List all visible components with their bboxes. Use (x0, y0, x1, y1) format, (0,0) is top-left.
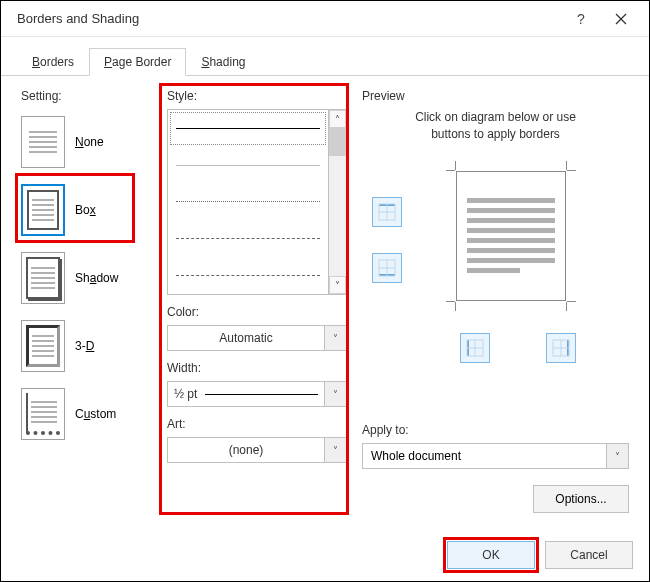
border-left-button[interactable] (460, 333, 490, 363)
color-combo[interactable]: Automatic ˅ (167, 325, 347, 351)
border-bottom-button[interactable] (372, 253, 402, 283)
help-button[interactable]: ? (561, 1, 601, 37)
art-value: (none) (168, 438, 324, 462)
dialog-content: Setting: None Box Shadow 3-D Custom (17, 81, 633, 521)
preview-column: Preview Click on diagram below or use bu… (362, 89, 629, 333)
scroll-down-button[interactable]: ˅ (329, 276, 346, 294)
style-item-dotted[interactable] (168, 184, 328, 221)
color-label: Color: (167, 305, 347, 319)
chevron-down-icon: ˅ (333, 333, 338, 344)
setting-column: Setting: None Box Shadow 3-D Custom (21, 89, 141, 443)
border-right-button[interactable] (546, 333, 576, 363)
apply-to-label: Apply to: (362, 423, 629, 437)
width-label: Width: (167, 361, 347, 375)
preview-hint: Click on diagram below or use buttons to… (362, 109, 629, 143)
ok-button[interactable]: OK (447, 541, 535, 569)
art-section: Art: (none) ˅ (167, 417, 347, 463)
apply-to-value: Whole document (363, 444, 606, 468)
scroll-thumb[interactable] (329, 128, 346, 156)
width-preview-line (205, 394, 318, 395)
setting-option-custom[interactable]: Custom (21, 385, 141, 443)
chevron-down-icon: ˅ (333, 445, 338, 456)
close-icon (615, 13, 627, 25)
tab-borders[interactable]: Borders (17, 48, 89, 76)
setting-thumb-3d (21, 320, 65, 372)
scroll-up-button[interactable]: ˄ (329, 110, 346, 128)
border-right-icon (552, 339, 570, 357)
setting-option-label: 3-D (75, 339, 94, 353)
width-value: ½ pt (174, 387, 197, 401)
setting-option-label: Shadow (75, 271, 118, 285)
setting-option-shadow[interactable]: Shadow (21, 249, 141, 307)
color-section: Color: Automatic ˅ (167, 305, 347, 351)
style-item-dashed[interactable] (168, 220, 328, 257)
preview-page-icon (456, 171, 566, 301)
color-combo-arrow[interactable]: ˅ (324, 326, 346, 350)
style-item-thin[interactable] (168, 147, 328, 184)
preview-area (362, 153, 629, 333)
apply-to-section: Apply to: Whole document ˅ (362, 423, 629, 469)
preview-diagram[interactable] (446, 161, 576, 311)
chevron-up-icon: ˄ (335, 114, 340, 125)
border-top-icon (378, 203, 396, 221)
titlebar: Borders and Shading ? (1, 1, 649, 37)
style-item-dashdot[interactable] (168, 257, 328, 294)
tab-page-border[interactable]: Page Border (89, 48, 186, 76)
chevron-down-icon: ˅ (335, 280, 340, 291)
setting-thumb-custom (21, 388, 65, 440)
tab-strip: Borders Page Border Shading (1, 37, 649, 76)
style-item-solid[interactable] (168, 110, 328, 147)
borders-shading-dialog: Borders and Shading ? Borders Page Borde… (0, 0, 650, 582)
close-button[interactable] (601, 1, 641, 37)
style-column: Style: ˄ ˅ Color: Automatic (167, 89, 347, 463)
cancel-button[interactable]: Cancel (545, 541, 633, 569)
chevron-down-icon: ˅ (615, 451, 620, 462)
setting-thumb-none (21, 116, 65, 168)
style-scrollbar[interactable]: ˄ ˅ (328, 110, 346, 294)
apply-to-arrow[interactable]: ˅ (606, 444, 628, 468)
tab-shading[interactable]: Shading (186, 48, 260, 76)
border-top-button[interactable] (372, 197, 402, 227)
setting-option-3d[interactable]: 3-D (21, 317, 141, 375)
preview-label: Preview (362, 89, 629, 103)
border-bottom-icon (378, 259, 396, 277)
art-combo[interactable]: (none) ˅ (167, 437, 347, 463)
options-button[interactable]: Options... (533, 485, 629, 513)
setting-option-label: Box (75, 203, 96, 217)
color-value: Automatic (168, 326, 324, 350)
width-section: Width: ½ pt ˅ (167, 361, 347, 407)
setting-thumb-shadow (21, 252, 65, 304)
setting-label: Setting: (21, 89, 141, 103)
setting-option-none[interactable]: None (21, 113, 141, 171)
style-label: Style: (167, 89, 347, 103)
style-listbox[interactable]: ˄ ˅ (167, 109, 347, 295)
setting-option-label: Custom (75, 407, 116, 421)
apply-to-combo[interactable]: Whole document ˅ (362, 443, 629, 469)
scroll-track[interactable] (329, 128, 346, 276)
window-title: Borders and Shading (17, 11, 561, 26)
setting-thumb-box (21, 184, 65, 236)
setting-option-label: None (75, 135, 104, 149)
chevron-down-icon: ˅ (333, 389, 338, 400)
dialog-button-bar: OK Cancel (447, 541, 633, 569)
width-combo[interactable]: ½ pt ˅ (167, 381, 347, 407)
art-combo-arrow[interactable]: ˅ (324, 438, 346, 462)
art-label: Art: (167, 417, 347, 431)
border-left-icon (466, 339, 484, 357)
setting-option-box[interactable]: Box (21, 181, 141, 239)
width-combo-arrow[interactable]: ˅ (324, 382, 346, 406)
